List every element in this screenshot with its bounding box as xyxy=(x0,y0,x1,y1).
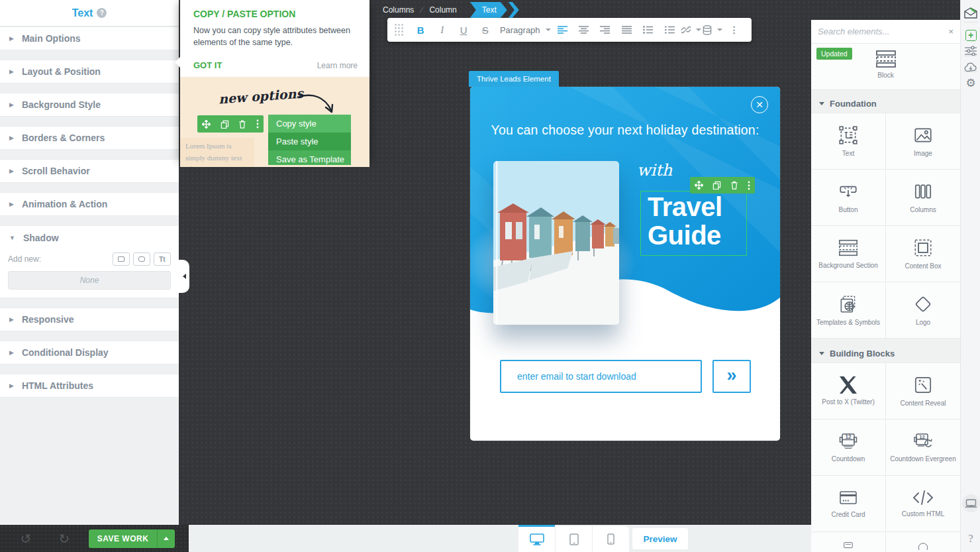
selected-text-element[interactable]: Travel Guide xyxy=(640,191,747,256)
submit-button[interactable]: » xyxy=(712,360,751,393)
learn-more-link[interactable]: Learn more xyxy=(317,61,358,70)
accordion-background-style[interactable]: ▶ Background Style xyxy=(0,93,179,117)
copy-style-item[interactable]: Copy style xyxy=(268,115,351,133)
duplicate-icon[interactable] xyxy=(220,120,229,129)
more-options-icon[interactable]: ⋮ xyxy=(724,18,745,42)
mobile-view-button[interactable] xyxy=(592,526,629,552)
align-left-button[interactable] xyxy=(552,18,573,42)
element-countdown-evergreen[interactable]: 12 Countdown Evergreen xyxy=(886,419,960,475)
chevron-down-icon xyxy=(819,352,824,355)
kebab-menu-icon[interactable] xyxy=(256,119,259,129)
shadow-value-input[interactable] xyxy=(8,271,171,290)
numbered-list-button[interactable] xyxy=(659,18,680,42)
thrive-leads-element-tab[interactable]: Thrive Leads Element xyxy=(469,71,559,87)
dynamic-data-dropdown[interactable] xyxy=(702,18,723,42)
element-columns[interactable]: Columns xyxy=(886,170,960,225)
shadow-drop-button[interactable] xyxy=(113,252,130,266)
element-logo[interactable]: Logo xyxy=(886,282,960,338)
accordion-layout-position[interactable]: ▶ Layout & Position xyxy=(0,60,179,83)
tooltip-illustration: new options Lorem Ipsum is simply dummy … xyxy=(180,77,369,167)
align-justify-button[interactable] xyxy=(616,18,637,42)
align-right-button[interactable] xyxy=(595,18,616,42)
credit-card-icon xyxy=(838,488,859,507)
element-credit-card[interactable]: Credit Card xyxy=(811,476,885,531)
got-it-button[interactable]: GOT IT xyxy=(193,60,222,70)
link-dropdown[interactable] xyxy=(681,18,702,42)
bullet-list-button[interactable] xyxy=(638,18,659,42)
foundation-section-header[interactable]: Foundation xyxy=(811,94,960,113)
add-element-icon[interactable]: + xyxy=(961,27,980,44)
settings-sliders-icon[interactable] xyxy=(961,42,980,60)
move-icon[interactable] xyxy=(202,120,211,129)
chevron-right-icon: ▶ xyxy=(9,101,14,108)
style-context-menu: Copy style Paste style Save as Template xyxy=(268,115,351,165)
accordion-borders-corners[interactable]: ▶ Borders & Corners xyxy=(0,126,179,150)
accordion-main-options[interactable]: ▶ Main Options xyxy=(0,27,179,50)
trash-icon[interactable] xyxy=(730,181,738,190)
travel-guide-book-image[interactable] xyxy=(493,161,619,325)
cloud-save-icon[interactable] xyxy=(961,58,980,76)
shadow-inset-button[interactable] xyxy=(133,252,150,266)
save-options-caret[interactable] xyxy=(158,537,175,540)
gear-icon[interactable]: ⚙ xyxy=(961,74,980,91)
templates-symbols-icon xyxy=(838,294,859,315)
help-question-icon[interactable]: ? xyxy=(961,530,980,547)
accordion-conditional-display[interactable]: ▶ Conditional Display xyxy=(0,341,179,364)
save-work-button[interactable]: SAVE WORK xyxy=(89,529,175,548)
element-button[interactable]: Button xyxy=(811,170,885,225)
clear-search-icon[interactable]: × xyxy=(948,27,954,36)
building-blocks-section-header[interactable]: Building Blocks xyxy=(811,344,960,362)
block-element[interactable]: Updated Block xyxy=(811,44,960,90)
undo-icon[interactable]: ↺ xyxy=(16,531,36,547)
trash-icon[interactable] xyxy=(238,120,246,129)
element-countdown[interactable]: 12 Countdown xyxy=(811,419,885,475)
element-text[interactable]: Text xyxy=(811,113,885,169)
element-content-box[interactable]: Content Box xyxy=(886,226,960,282)
chevron-down-icon: ▼ xyxy=(9,235,15,241)
bold-button[interactable]: B xyxy=(410,18,431,42)
accordion-html-attributes[interactable]: ▶ HTML Attributes xyxy=(0,374,179,398)
tablet-view-button[interactable] xyxy=(555,526,592,552)
editor-root: Text ? ▶ Main Options ▶ Layout & Positio… xyxy=(0,0,980,552)
element-partial-right[interactable] xyxy=(886,532,960,552)
thrive-leads-icon[interactable] xyxy=(961,4,980,21)
element-post-to-x[interactable]: Post to X (Twitter) xyxy=(811,363,885,419)
italic-button[interactable]: I xyxy=(431,18,452,42)
redo-icon[interactable]: ↻ xyxy=(54,531,74,547)
accordion-animation-action[interactable]: ▶ Animation & Action xyxy=(0,192,179,216)
desktop-view-button[interactable] xyxy=(518,526,555,552)
element-image[interactable]: Image xyxy=(886,113,960,169)
underline-button[interactable]: U xyxy=(453,18,474,42)
preview-button[interactable]: Preview xyxy=(632,528,688,549)
leads-popup-design: ✕ You can choose your next holiday desti… xyxy=(470,87,780,441)
element-templates-symbols[interactable]: Templates & Symbols xyxy=(811,282,885,338)
sample-element-text: Lorem Ipsum is simply dummy text of the … xyxy=(180,138,254,167)
element-content-reveal[interactable]: Content Reveal xyxy=(886,363,960,419)
breadcrumb-column[interactable]: Column xyxy=(422,5,463,15)
element-partial-left[interactable] xyxy=(811,532,885,552)
drag-handle-icon[interactable] xyxy=(394,23,403,36)
breadcrumb-text-active[interactable]: Text xyxy=(470,2,507,18)
kebab-menu-icon[interactable] xyxy=(748,181,750,190)
strikethrough-button[interactable]: S xyxy=(474,18,495,42)
accordion-scroll-behavior[interactable]: ▶ Scroll Behavior xyxy=(0,159,179,183)
search-input[interactable] xyxy=(818,27,948,36)
element-custom-html[interactable]: Custom HTML xyxy=(886,476,960,531)
chevron-right-icon: ▶ xyxy=(9,316,14,323)
paste-style-item[interactable]: Paste style xyxy=(268,133,351,150)
move-icon[interactable] xyxy=(695,181,703,190)
accordion-responsive[interactable]: ▶ Responsive xyxy=(0,307,179,331)
close-icon[interactable]: ✕ xyxy=(751,96,768,113)
email-field[interactable] xyxy=(500,360,702,393)
breadcrumb-columns[interactable]: Columns xyxy=(376,5,420,15)
duplicate-icon[interactable] xyxy=(712,181,721,190)
accordion-shadow-header[interactable]: ▼ Shadow xyxy=(0,226,179,250)
align-center-button[interactable] xyxy=(573,18,594,42)
paragraph-style-dropdown[interactable]: Paragraph xyxy=(496,18,552,42)
element-background-section[interactable]: Background Section xyxy=(811,226,885,282)
save-as-template-item[interactable]: Save as Template xyxy=(268,150,351,165)
shadow-text-button[interactable]: Tt xyxy=(154,252,171,266)
sidebar-collapse-handle[interactable] xyxy=(179,260,189,293)
tutorials-icon[interactable] xyxy=(961,494,980,512)
help-icon[interactable]: ? xyxy=(97,8,107,18)
